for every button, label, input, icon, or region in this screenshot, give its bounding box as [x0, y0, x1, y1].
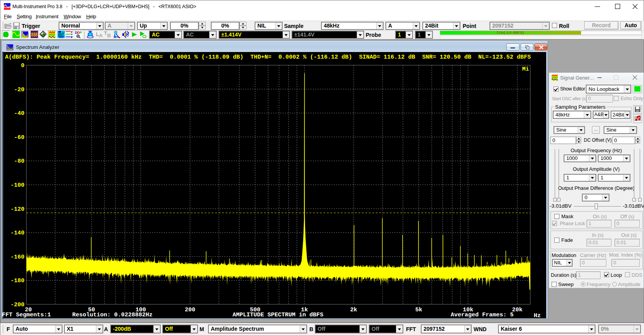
- svg-text:Mi: Mi: [522, 66, 529, 73]
- svg-text:Resolution: 0.0228882Hz: Resolution: 0.0228882Hz: [72, 312, 153, 318]
- svg-text:-40: -40: [14, 110, 24, 117]
- svg-text:-180: -180: [10, 278, 24, 284]
- svg-text:-200: -200: [10, 302, 24, 308]
- svg-text:0: 0: [21, 62, 24, 69]
- svg-text:-100: -100: [10, 182, 24, 189]
- svg-text:-160: -160: [10, 254, 24, 260]
- svg-text:Hz: Hz: [534, 312, 541, 319]
- svg-text:FFT Segments:1: FFT Segments:1: [2, 312, 51, 318]
- svg-text:2k: 2k: [350, 307, 357, 313]
- svg-text:-140: -140: [10, 230, 24, 236]
- svg-text:-60: -60: [14, 134, 24, 141]
- svg-text:A(dBFS): Peak Frequency= 1.00: A(dBFS): Peak Frequency= 1.0000160 kHz T…: [5, 54, 531, 61]
- svg-text:Averaged Frames: 5: Averaged Frames: 5: [451, 312, 514, 318]
- svg-text:5k: 5k: [415, 307, 422, 313]
- svg-text:20k: 20k: [512, 307, 522, 313]
- svg-text:200: 200: [185, 307, 195, 313]
- svg-text:-20: -20: [14, 87, 24, 93]
- svg-text:-80: -80: [14, 158, 24, 165]
- svg-text:-120: -120: [10, 206, 24, 213]
- svg-text:AMPLITUDE SPECTRUM in dBFS: AMPLITUDE SPECTRUM in dBFS: [233, 312, 323, 318]
